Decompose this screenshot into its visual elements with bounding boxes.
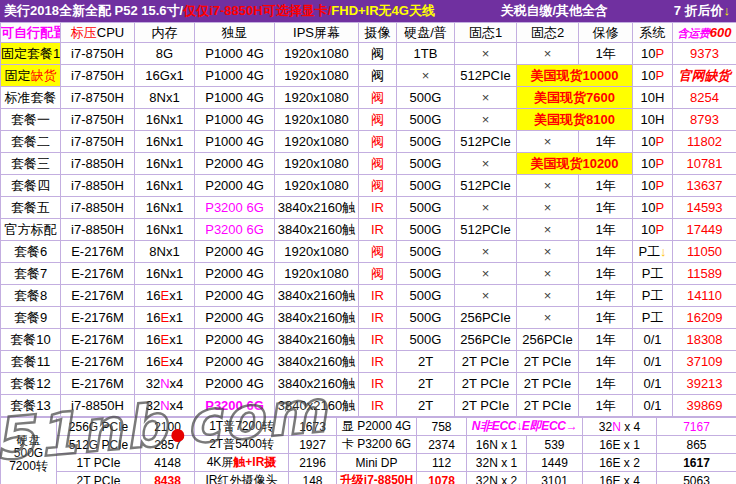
cell-camera: 阀 — [359, 241, 397, 263]
cell-hdd: 500G — [397, 263, 455, 285]
cell-price: 官网缺货 — [673, 65, 736, 87]
text-part: 关税自缴/其他全含 — [500, 3, 608, 18]
cell-price: 10781 — [673, 153, 736, 175]
cell-config: 固定套餐1 — [1, 43, 61, 65]
cell-price: 39213 — [673, 373, 736, 395]
cell-config: 套餐9 — [1, 307, 61, 329]
header-os: 系统 — [633, 23, 673, 43]
cell-ssd2: × — [517, 175, 579, 197]
cell-cpu: i7-8850H — [61, 395, 135, 417]
text-part: 10 — [641, 200, 655, 215]
text-part: ↓ — [723, 3, 730, 18]
cell-warranty: 1年 — [579, 241, 633, 263]
cell-os: 10P — [633, 219, 673, 241]
addon-row: 1T PCIe41484K屏触+IR摄2196Mini DP11232N x 1… — [1, 454, 736, 472]
cell-addon-price: 8438 — [141, 472, 195, 484]
cell-ram: 16Gx1 — [135, 65, 195, 87]
cell-gpu: P2000 4G — [195, 351, 275, 373]
cell-camera: 阀 — [359, 43, 397, 65]
text-part: x1 — [169, 332, 183, 347]
cell-addon-item: 32N x 2 — [467, 472, 527, 484]
cell-ssd1: × — [455, 263, 517, 285]
cell-price: 9373 — [673, 43, 736, 65]
cell-addon-price: 865 — [657, 436, 736, 454]
cell-price: 14593 — [673, 197, 736, 219]
cell-cpu: i7-8750H — [61, 87, 135, 109]
cell-ssd1: 512PCIe — [455, 219, 517, 241]
text-part: P — [655, 200, 664, 215]
cell-gpu: P3200 6G — [195, 219, 275, 241]
cell-hdd: 2T — [397, 395, 455, 417]
cell-ssd1: 512PCIe — [455, 131, 517, 153]
package-row: 固定套餐1i7-8750H8GP1000 4G1920x1080阀1TB××1年… — [1, 43, 736, 65]
package-row: 套餐13i7-8850H32Nx4P3200 6G3840x2160触IR2T2… — [1, 395, 736, 417]
cell-hdd: 2T — [397, 351, 455, 373]
text-part: E — [161, 354, 170, 369]
cell-ssd1: × — [455, 153, 517, 175]
cell-gpu: P2000 4G — [195, 307, 275, 329]
addon-row: 硬盘 500G 7200转256G PCIe21001T普7200转1673显 … — [1, 418, 736, 436]
text-part: x1 — [169, 310, 183, 325]
cell-gpu: P3200 6G — [195, 197, 275, 219]
cell-ssd1: 2T PCIe — [455, 351, 517, 373]
cell-screen: 1920x1080 — [275, 65, 359, 87]
cell-config: 官方标配 — [1, 219, 61, 241]
discount-note: 7 折后价↓ — [674, 2, 730, 20]
cell-warranty: 1年 — [579, 43, 633, 65]
cell-cpu: i7-8850H — [61, 175, 135, 197]
cell-os: 10H — [633, 87, 673, 109]
header-screen: IPS屏幕 — [275, 23, 359, 43]
package-row: 套餐11E-2176M16Ex4P2000 4G3840x2160触IR2T2T… — [1, 351, 736, 373]
cell-os: P工 — [633, 285, 673, 307]
text-part: N — [160, 398, 169, 413]
cell-ssd2: × — [517, 131, 579, 153]
cell-warranty: 1年 — [579, 395, 633, 417]
cell-addon-item: 16E x 1 — [583, 436, 657, 454]
cell-hdd-category: 硬盘 500G 7200转 — [1, 418, 57, 484]
header-camera: 摄像 — [359, 23, 397, 43]
cell-price: 13637 — [673, 175, 736, 197]
cell-screen: 3840x2160触 — [275, 285, 359, 307]
cell-addon-item: 32N x 1 — [467, 454, 527, 472]
cell-ssd2: × — [517, 43, 579, 65]
text-part: E — [161, 332, 170, 347]
cell-price: 37109 — [673, 351, 736, 373]
cell-config: 套餐7 — [1, 263, 61, 285]
text-part: x4 — [170, 376, 184, 391]
cell-addon-item: N非ECC↓E即ECC→ — [467, 418, 583, 436]
cell-cpu: i7-8750H — [61, 131, 135, 153]
cell-addon-price: 32N x 4 — [583, 418, 657, 436]
package-row: 套餐12E-2176M32Nx4P2000 4G3840x2160触IR2T2T… — [1, 373, 736, 395]
title-bar: 美行2018全新全配 P52 15.6寸/仅仅i7-8850H可选择显卡/FHD… — [0, 0, 736, 22]
text-part: 触+IR摄 — [233, 455, 276, 469]
cell-config: 套餐二 — [1, 131, 61, 153]
cell-camera: IR — [359, 307, 397, 329]
cell-hdd: 500G — [397, 307, 455, 329]
cell-ssd2: × — [517, 285, 579, 307]
text-part: P — [655, 222, 664, 237]
cell-ram: 8Nx1 — [135, 241, 195, 263]
package-row: 套餐四i7-8850H16Nx1P2000 4G1920x1080阀500G51… — [1, 175, 736, 197]
cell-screen: 1920x1080 — [275, 153, 359, 175]
cell-cpu: i7-8750H — [61, 43, 135, 65]
text-part: 32 — [146, 376, 160, 391]
cell-screen: 3840x2160触 — [275, 307, 359, 329]
cell-gpu: P3200 6G — [195, 395, 275, 417]
text-part: P — [655, 134, 664, 149]
text-part: N — [160, 376, 169, 391]
cell-hdd: × — [397, 65, 455, 87]
addon-price-table: 硬盘 500G 7200转256G PCIe21001T普7200转1673显 … — [0, 417, 736, 484]
cell-addon-price: 148 — [289, 472, 337, 484]
cell-warranty: 1年 — [579, 307, 633, 329]
cell-cpu: E-2176M — [61, 373, 135, 395]
cell-addon-price: 1927 — [289, 436, 337, 454]
cell-hdd: 500G — [397, 109, 455, 131]
text-part: 10 — [641, 134, 655, 149]
cell-addon-price: 112 — [417, 454, 467, 472]
text-part: P — [655, 178, 664, 193]
cell-ssd2: 256PCIe — [517, 329, 579, 351]
cell-price: 11050 — [673, 241, 736, 263]
cell-ram: 32Nx4 — [135, 373, 195, 395]
title-main: 美行2018全新全配 P52 15.6寸/仅仅i7-8850H可选择显卡/FHD… — [4, 2, 435, 20]
cell-hdd: 500G — [397, 285, 455, 307]
